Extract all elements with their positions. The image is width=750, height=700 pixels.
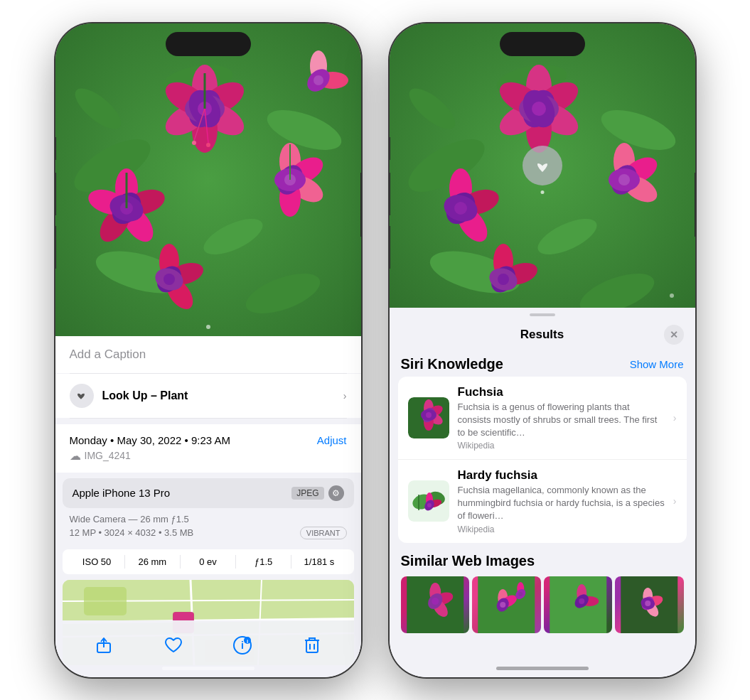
- right-page-dot: [670, 294, 674, 298]
- home-indicator-left: [162, 667, 255, 670]
- exif-iso: ISO 50: [70, 555, 125, 569]
- exif-focal: 26 mm: [125, 555, 181, 569]
- similar-images-title: Similar Web Images: [401, 553, 684, 569]
- svg-point-47: [206, 143, 210, 147]
- show-more-button[interactable]: Show More: [630, 358, 684, 370]
- fuchsia-desc: Fuchsia is a genus of flowering plants t…: [458, 401, 665, 440]
- siri-knowledge-title: Siri Knowledge: [401, 356, 503, 372]
- hardy-name: Hardy fuchsia: [458, 468, 665, 483]
- svg-point-112: [426, 412, 432, 418]
- fuchsia-source: Wikipedia: [458, 441, 665, 451]
- svg-point-119: [427, 503, 432, 507]
- results-sheet: Results ✕ Siri Knowledge Show More: [390, 308, 695, 677]
- lookup-row[interactable]: Look Up – Plant ›: [55, 374, 361, 418]
- format-badge: JPEG: [291, 487, 323, 500]
- share-button[interactable]: [90, 631, 118, 659]
- hardy-source: Wikipedia: [458, 524, 665, 534]
- exif-ev: 0 ev: [181, 555, 236, 569]
- exif-shutter: 1/181 s: [291, 555, 346, 569]
- hardy-desc: Fuchsia magellanica, commonly known as t…: [458, 484, 665, 523]
- svg-point-102: [498, 274, 509, 285]
- page-indicator: [206, 325, 210, 329]
- favorite-button[interactable]: [159, 631, 188, 659]
- siri-knowledge-header: Siri Knowledge Show More: [390, 350, 695, 377]
- delete-button[interactable]: [298, 631, 326, 659]
- flower-photo-right: [390, 23, 695, 308]
- visual-lookup-button[interactable]: [523, 146, 562, 185]
- home-indicator-right: [496, 667, 589, 670]
- svg-point-91: [454, 202, 467, 215]
- settings-icon: ⚙: [328, 485, 344, 501]
- svg-point-97: [618, 174, 630, 185]
- visual-lookup-icon: [70, 384, 94, 408]
- similar-image-4[interactable]: [615, 576, 684, 633]
- exif-row: ISO 50 26 mm 0 ev ƒ1.5 1/181 s: [63, 549, 354, 574]
- close-button[interactable]: ✕: [664, 325, 684, 345]
- right-phone: Results ✕ Siri Knowledge Show More: [390, 23, 695, 677]
- fuchsia-text: Fuchsia Fuchsia is a genus of flowering …: [458, 385, 665, 451]
- similar-image-1[interactable]: [401, 576, 470, 633]
- results-title: Results: [421, 328, 664, 342]
- resolution-row: 12 MP • 3024 × 4032 • 3.5 MB VIBRANT: [70, 527, 347, 539]
- flower-photo: [55, 23, 361, 336]
- similar-image-2[interactable]: [472, 576, 541, 633]
- device-name: Apple iPhone 13 Pro: [73, 487, 171, 499]
- hardy-thumbnail: [408, 480, 449, 522]
- svg-text:i: i: [247, 637, 248, 644]
- camera-spec-text: Wide Camera — 26 mm ƒ1.5: [70, 514, 347, 524]
- svg-point-85: [532, 102, 546, 116]
- photo-info-section: Monday • May 30, 2022 • 9:23 AM Adjust ☁…: [55, 424, 361, 473]
- caption-area[interactable]: Add a Caption: [55, 336, 361, 373]
- similar-image-3[interactable]: [544, 576, 613, 633]
- svg-point-46: [192, 141, 196, 145]
- results-header: Results ✕: [390, 316, 695, 350]
- knowledge-item-fuchsia[interactable]: Fuchsia Fuchsia is a genus of flowering …: [398, 377, 687, 461]
- similar-section: Similar Web Images: [390, 543, 695, 637]
- svg-point-139: [579, 598, 584, 604]
- svg-point-126: [432, 598, 439, 605]
- device-row: Apple iPhone 13 Pro JPEG ⚙: [63, 478, 354, 508]
- svg-point-131: [500, 602, 505, 608]
- svg-rect-67: [306, 640, 318, 652]
- adjust-button[interactable]: Adjust: [317, 434, 347, 446]
- camera-specs: Wide Camera — 26 mm ƒ1.5 12 MP • 3024 × …: [55, 508, 361, 545]
- fuchsia-thumbnail: [408, 397, 449, 438]
- info-button[interactable]: i i: [228, 631, 257, 659]
- lookup-chevron: ›: [343, 390, 347, 402]
- svg-point-40: [314, 75, 323, 85]
- left-phone: Add a Caption Look Up – Plant › Mo: [55, 23, 361, 677]
- svg-rect-57: [84, 587, 127, 615]
- exif-aperture: ƒ1.5: [236, 555, 291, 569]
- fuchsia-chevron: ›: [673, 412, 677, 424]
- svg-point-146: [645, 601, 650, 606]
- filename-row: ☁ IMG_4241: [70, 449, 347, 463]
- knowledge-item-hardy[interactable]: Hardy fuchsia Fuchsia magellanica, commo…: [398, 460, 687, 543]
- caption-placeholder[interactable]: Add a Caption: [70, 348, 146, 361]
- lookup-text[interactable]: Look Up – Plant: [102, 389, 188, 402]
- vibrant-badge: VIBRANT: [300, 527, 347, 539]
- fuchsia-name: Fuchsia: [458, 385, 665, 399]
- knowledge-card: Fuchsia Fuchsia is a genus of flowering …: [398, 377, 687, 543]
- hardy-text: Hardy fuchsia Fuchsia magellanica, commo…: [458, 468, 665, 534]
- similar-images-grid: [401, 576, 684, 633]
- svg-point-36: [164, 274, 175, 285]
- hardy-chevron: ›: [673, 495, 677, 507]
- vlookup-dot: [540, 190, 544, 194]
- svg-point-134: [518, 592, 523, 596]
- date-text: Monday • May 30, 2022 • 9:23 AM: [70, 434, 230, 446]
- svg-text:i: i: [241, 640, 244, 651]
